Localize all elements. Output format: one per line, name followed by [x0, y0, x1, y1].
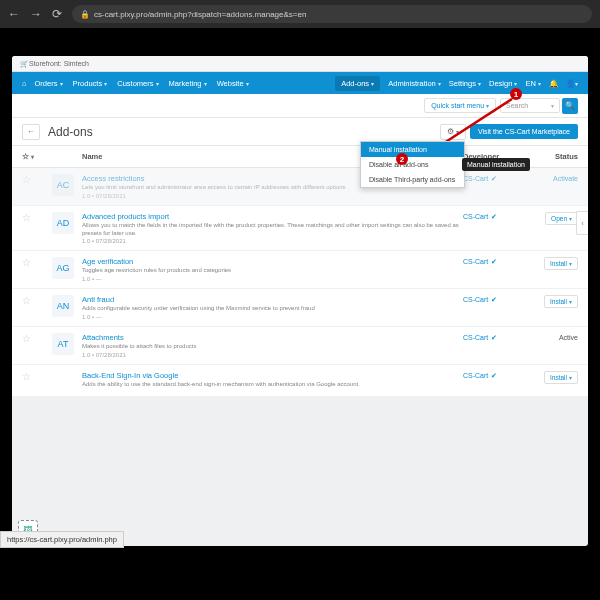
home-icon[interactable]: ⌂	[22, 79, 27, 88]
status-button[interactable]: Open ▾	[545, 212, 578, 225]
verified-icon: ✔	[491, 213, 497, 220]
star-icon[interactable]: ☆	[22, 212, 31, 223]
addon-name-link[interactable]: Anti fraud	[82, 295, 463, 304]
url-text: cs-cart.pixy.pro/admin.php?dispatch=addo…	[94, 10, 306, 19]
nav-administration[interactable]: Administration ▾	[388, 79, 441, 88]
star-icon[interactable]: ☆	[22, 257, 31, 268]
nav-settings[interactable]: Settings ▾	[449, 79, 481, 88]
addon-description: Adds the ability to use the standard bac…	[82, 381, 463, 389]
addon-version: 1.0 • 07/28/2021	[82, 193, 463, 199]
nav-website[interactable]: Website ▾	[217, 79, 249, 88]
addon-version: 1.0 • —	[82, 314, 463, 320]
callout-2: 2	[396, 153, 408, 165]
verified-icon: ✔	[491, 372, 497, 379]
verified-icon: ✔	[491, 334, 497, 341]
top-nav: ⌂ Orders ▾ Products ▾ Customers ▾ Market…	[12, 72, 588, 94]
addon-row: ☆ AT Attachments Makes it possible to at…	[12, 327, 588, 365]
addon-avatar: AC	[52, 174, 74, 196]
addon-avatar: AD	[52, 212, 74, 234]
menu-disable-third-party[interactable]: Disable Third-party add-ons	[361, 172, 464, 187]
status-button[interactable]: Install ▾	[544, 257, 578, 270]
addon-description: Adds configurable security order verific…	[82, 305, 463, 313]
developer-link[interactable]: CS-Cart	[463, 175, 488, 182]
verified-icon: ✔	[491, 296, 497, 303]
addon-name-link[interactable]: Advanced products import	[82, 212, 463, 221]
nav-orders[interactable]: Orders ▾	[35, 79, 63, 88]
addon-avatar: AT	[52, 333, 74, 355]
storefront-bar[interactable]: 🛒 Storefront: Simtech	[12, 56, 588, 72]
menu-manual-installation[interactable]: Manual installation	[361, 142, 464, 157]
browser-status-bar: https://cs-cart.pixy.pro/admin.php	[0, 531, 124, 548]
star-icon[interactable]: ☆	[22, 174, 31, 185]
star-header-icon[interactable]: ☆ ▾	[22, 152, 34, 161]
addon-row: ☆ Back-End Sign-In via Google Adds the a…	[12, 365, 588, 397]
addon-version: 1.0 • 07/28/2021	[82, 352, 463, 358]
addon-avatar: AN	[52, 295, 74, 317]
developer-link[interactable]: CS-Cart	[463, 213, 488, 220]
addon-description: Toggles age restriction rules for produc…	[82, 267, 463, 275]
nav-customers[interactable]: Customers ▾	[117, 79, 158, 88]
page-title: Add-ons	[48, 125, 93, 139]
addon-avatar: AG	[52, 257, 74, 279]
lock-icon: 🔒	[80, 10, 90, 19]
user-icon[interactable]: 👤▾	[566, 79, 578, 88]
status-button[interactable]: Install ▾	[544, 295, 578, 308]
addon-row: ☆ AD Advanced products import Allows you…	[12, 206, 588, 252]
developer-link[interactable]: CS-Cart	[463, 334, 488, 341]
developer-link[interactable]: CS-Cart	[463, 372, 488, 379]
nav-reload-icon[interactable]: ⟳	[52, 7, 62, 21]
addon-name-link[interactable]: Back-End Sign-In via Google	[82, 371, 463, 380]
back-button[interactable]: ←	[22, 124, 40, 140]
nav-design[interactable]: Design ▾	[489, 79, 517, 88]
addon-version: 1.0 • 07/28/2021	[82, 238, 463, 244]
nav-products[interactable]: Products ▾	[73, 79, 108, 88]
cart-icon: 🛒	[20, 60, 29, 68]
menu-disable-all[interactable]: Disable all add-ons	[361, 157, 464, 172]
nav-lang[interactable]: EN ▾	[525, 79, 541, 88]
verified-icon: ✔	[491, 258, 497, 265]
notifications-icon[interactable]: 🔔	[549, 79, 558, 88]
addon-row: ☆ AN Anti fraud Adds configurable securi…	[12, 289, 588, 327]
addon-row: ☆ AC Access restrictions Lets you limit …	[12, 168, 588, 206]
addon-version: 1.0 • —	[82, 276, 463, 282]
nav-back-icon[interactable]: ←	[8, 7, 20, 21]
addon-row: ☆ AG Age verification Toggles age restri…	[12, 251, 588, 289]
search-button[interactable]: 🔍	[562, 98, 578, 114]
nav-fwd-icon[interactable]: →	[30, 7, 42, 21]
side-handle[interactable]: ‹	[576, 211, 588, 235]
star-icon[interactable]: ☆	[22, 333, 31, 344]
page-frame: 🛒 Storefront: Simtech ⌂ Orders ▾ Product…	[12, 56, 588, 546]
callout-1: 1	[510, 88, 522, 100]
addon-name-link[interactable]: Attachments	[82, 333, 463, 342]
status-button[interactable]: Install ▾	[544, 371, 578, 384]
status-link[interactable]: Activate	[553, 175, 578, 182]
gear-dropdown: Manual installation Disable all add-ons …	[360, 141, 465, 188]
star-icon[interactable]: ☆	[22, 295, 31, 306]
tooltip-manual-install: Manual installation	[462, 158, 530, 171]
developer-link[interactable]: CS-Cart	[463, 296, 488, 303]
status-text: Active	[559, 334, 578, 341]
url-bar[interactable]: 🔒 cs-cart.pixy.pro/admin.php?dispatch=ad…	[72, 5, 592, 23]
star-icon[interactable]: ☆	[22, 371, 31, 382]
browser-toolbar: ← → ⟳ 🔒 cs-cart.pixy.pro/admin.php?dispa…	[0, 0, 600, 28]
nav-addons[interactable]: Add-ons ▾	[335, 76, 380, 91]
verified-icon: ✔	[491, 175, 497, 182]
nav-marketing[interactable]: Marketing ▾	[169, 79, 207, 88]
developer-link[interactable]: CS-Cart	[463, 258, 488, 265]
addon-description: Makes it possible to attach files to pro…	[82, 343, 463, 351]
addon-name-link[interactable]: Age verification	[82, 257, 463, 266]
addon-description: Allows you to match the fields in the im…	[82, 222, 463, 238]
